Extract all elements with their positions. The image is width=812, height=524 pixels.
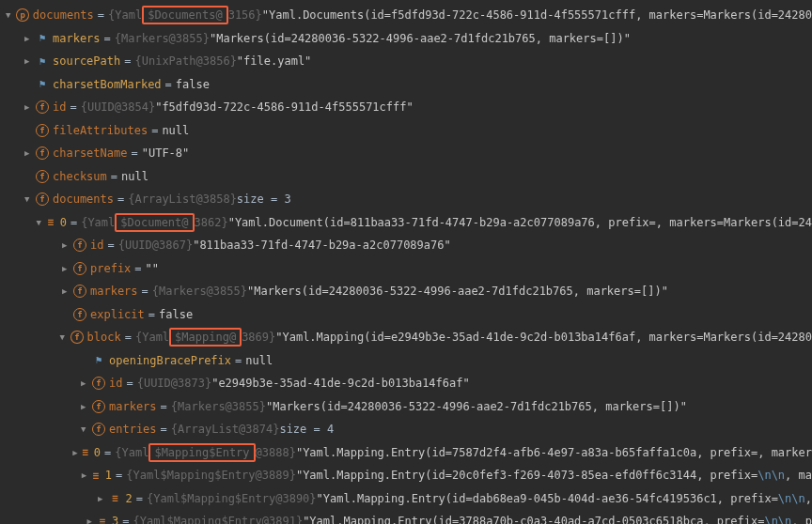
escape-sequence: \n\n bbox=[757, 469, 785, 482]
tree-row[interactable]: ▼≡0 = {Yaml$Document@3862} "Yaml.Documen… bbox=[0, 211, 812, 235]
field-name: 1 bbox=[105, 469, 112, 482]
field-name: charsetName bbox=[53, 146, 127, 160]
collapse-arrow-icon[interactable]: ▼ bbox=[81, 424, 92, 434]
equals-sign: = bbox=[165, 78, 172, 91]
escape-sequence: \n\n bbox=[764, 515, 791, 524]
tree-row[interactable]: ▶≡3 = {Yaml$Mapping$Entry@3891} "Yaml.Ma… bbox=[0, 510, 812, 524]
tree-row[interactable]: ▶≡2 = {Yaml$Mapping$Entry@3890} "Yaml.Ma… bbox=[0, 487, 812, 511]
collapse-arrow-icon[interactable]: ▼ bbox=[60, 332, 71, 342]
field-icon: f bbox=[73, 262, 86, 275]
tree-row[interactable]: ▶⚑markers = {Markers@3855} "Markers(id=2… bbox=[0, 27, 812, 51]
expand-arrow-icon[interactable]: ▶ bbox=[24, 56, 36, 66]
equals-sign: = bbox=[161, 423, 167, 436]
equals-sign: = bbox=[122, 515, 129, 524]
field-name: markers bbox=[53, 32, 101, 45]
tree-row[interactable]: ffileAttributes = null bbox=[0, 119, 812, 143]
tree-row[interactable]: ▶fid = {UUID@3854} "f5dfd93d-722c-4586-9… bbox=[0, 96, 812, 119]
equals-sign: = bbox=[136, 492, 143, 505]
value-text: , ma bbox=[785, 469, 812, 482]
type-ref: 3869} bbox=[242, 331, 275, 344]
value-text: size = 3 bbox=[237, 193, 291, 206]
equals-sign: = bbox=[134, 262, 141, 275]
tree-row[interactable]: ▼fdocuments = {ArrayList@3858} size = 3 bbox=[0, 188, 812, 211]
field-name: 0 bbox=[60, 216, 67, 229]
tree-row[interactable]: ▶fid = {UUID@3873} "e2949b3e-35ad-41de-9… bbox=[0, 372, 812, 395]
value-text: "Markers(id=24280036-5322-4996-aae2-7d1f… bbox=[266, 400, 687, 413]
expand-arrow-icon[interactable]: ▶ bbox=[62, 286, 73, 296]
collapse-arrow-icon[interactable]: ▼ bbox=[24, 194, 36, 204]
type-ref: {Yaml$Mapping$Entry@3889} bbox=[126, 469, 296, 482]
tree-row[interactable]: ▶fmarkers = {Markers@3855} "Markers(id=2… bbox=[0, 395, 812, 419]
value-text: null bbox=[121, 170, 148, 183]
field-icon: f bbox=[73, 285, 86, 298]
field-icon: f bbox=[92, 400, 105, 413]
field-name: openingBracePrefix bbox=[109, 354, 231, 367]
expand-arrow-icon[interactable]: ▶ bbox=[87, 516, 97, 524]
expand-arrow-icon[interactable]: ▶ bbox=[62, 240, 73, 250]
type-ref: {UUID@3854} bbox=[81, 100, 155, 114]
tree-row[interactable]: ⚑openingBracePrefix = null bbox=[0, 349, 812, 373]
value-text: false bbox=[176, 78, 210, 91]
tree-row[interactable]: fchecksum = null bbox=[0, 165, 812, 189]
tree-row[interactable]: ▶fcharsetName = "UTF-8" bbox=[0, 142, 812, 165]
equals-sign: = bbox=[104, 32, 111, 45]
equals-sign: = bbox=[70, 216, 77, 229]
value-text: "Markers(id=24280036-5322-4996-aae2-7d1f… bbox=[247, 285, 668, 298]
tree-row[interactable]: ▼pdocuments = {Yaml$Documents@3156} "Yam… bbox=[0, 4, 812, 27]
field-name: 2 bbox=[125, 492, 132, 505]
value-text: size = 4 bbox=[279, 423, 334, 436]
equals-sign: = bbox=[107, 239, 114, 252]
type-ref: 3156} bbox=[228, 8, 262, 22]
type-ref: {Yaml bbox=[115, 446, 148, 459]
expand-arrow-icon[interactable]: ▶ bbox=[24, 148, 36, 158]
value-text: "UTF-8" bbox=[142, 146, 190, 160]
type-ref: @3888} bbox=[256, 446, 296, 459]
field-icon: f bbox=[70, 331, 84, 344]
field-name: documents bbox=[53, 193, 114, 206]
expand-arrow-icon[interactable]: ▶ bbox=[24, 34, 36, 43]
equals-sign: = bbox=[124, 54, 131, 68]
value-text: "Yaml.Mapping.Entry(id=dab68ea9-045b-404… bbox=[317, 492, 778, 505]
value-text: "Yaml.Mapping(id=e2949b3e-35ad-41de-9c2d… bbox=[275, 331, 812, 344]
tree-row[interactable]: ▶fmarkers = {Markers@3855} "Markers(id=2… bbox=[0, 280, 812, 303]
field-name: id bbox=[109, 377, 122, 390]
expand-arrow-icon[interactable]: ▶ bbox=[82, 470, 91, 480]
equals-sign: = bbox=[131, 146, 137, 160]
tree-row[interactable]: ▶fid = {UUID@3867} "811baa33-71fd-4747-b… bbox=[0, 234, 812, 257]
tree-row[interactable]: ▶≡1 = {Yaml$Mapping$Entry@3889} "Yaml.Ma… bbox=[0, 464, 812, 487]
field-name: explicit bbox=[90, 308, 145, 321]
field-name: id bbox=[53, 100, 66, 114]
expand-arrow-icon[interactable]: ▶ bbox=[81, 402, 92, 411]
tree-row[interactable]: fexplicit = false bbox=[0, 303, 812, 327]
tree-row[interactable]: ▶fprefix = "" bbox=[0, 257, 812, 281]
tree-row[interactable]: ▼fentries = {ArrayList@3874} size = 4 bbox=[0, 418, 812, 441]
tree-row[interactable]: ▼fblock = {Yaml$Mapping@3869} "Yaml.Mapp… bbox=[0, 326, 812, 349]
tree-row[interactable]: ▶≡0 = {Yaml$Mapping$Entry@3888} "Yaml.Ma… bbox=[0, 441, 812, 465]
field-icon: f bbox=[73, 308, 86, 321]
collapse-arrow-icon[interactable]: ▼ bbox=[6, 10, 16, 20]
value-text: , bbox=[805, 492, 812, 505]
value-text: , p bbox=[791, 515, 812, 524]
equals-sign: = bbox=[142, 285, 148, 298]
type-ref: {Yaml bbox=[108, 8, 142, 22]
list-item-icon: ≡ bbox=[81, 446, 90, 459]
expand-arrow-icon[interactable]: ▶ bbox=[98, 494, 109, 503]
expand-arrow-icon[interactable]: ▶ bbox=[72, 448, 81, 457]
type-highlight: $Document@ bbox=[115, 213, 194, 232]
tree-row[interactable]: ⚑charsetBomMarked = false bbox=[0, 73, 812, 97]
field-name: entries bbox=[109, 423, 157, 436]
collapse-arrow-icon[interactable]: ▼ bbox=[37, 218, 46, 227]
expand-arrow-icon[interactable]: ▶ bbox=[81, 378, 92, 388]
equals-sign: = bbox=[104, 446, 111, 459]
expand-arrow-icon[interactable]: ▶ bbox=[62, 264, 73, 273]
equals-sign: = bbox=[126, 377, 133, 390]
type-ref: {Yaml$Mapping$Entry@3891} bbox=[133, 515, 304, 524]
type-ref: {Markers@3855} bbox=[171, 400, 266, 413]
tree-row[interactable]: ▶⚑sourcePath = {UnixPath@3856} "file.yam… bbox=[0, 50, 812, 73]
field-icon: f bbox=[36, 193, 49, 206]
value-text: "Yaml.Documents(id=f5dfd93d-722c-4586-91… bbox=[262, 8, 812, 22]
value-text: "file.yaml" bbox=[237, 54, 311, 68]
value-text: "e2949b3e-35ad-41de-9c2d-b013ba14f6af" bbox=[211, 377, 470, 390]
expand-arrow-icon[interactable]: ▶ bbox=[24, 102, 36, 112]
list-item-icon: ≡ bbox=[97, 515, 108, 524]
